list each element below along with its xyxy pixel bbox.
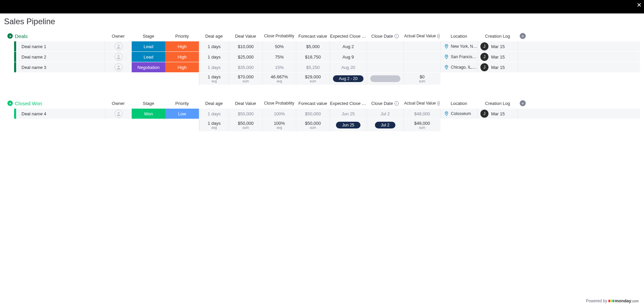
table-row[interactable]: Deal name 1 Lead High 1 days $10,000 50%… xyxy=(4,41,640,51)
col-header-stage[interactable]: Stage xyxy=(132,32,165,40)
close-button[interactable]: ✕ xyxy=(634,0,644,10)
owner-cell[interactable] xyxy=(105,62,132,72)
col-header-deal-value[interactable]: Deal Value xyxy=(229,32,262,40)
deal-value-cell[interactable]: $35,000 xyxy=(229,62,262,72)
close-date-cell[interactable] xyxy=(367,41,403,51)
group-collapse-toggle[interactable]: ▾ xyxy=(7,101,13,106)
deal-name-cell[interactable]: Deal name 1 xyxy=(14,41,105,51)
col-header-location[interactable]: Location xyxy=(440,100,477,107)
user-avatar: J xyxy=(480,53,488,61)
col-header-creation-log[interactable]: Creation Log xyxy=(477,32,518,40)
col-header-expected-close[interactable]: Expected Close … xyxy=(330,100,367,107)
close-date-info-icon[interactable]: i xyxy=(394,101,399,106)
owner-cell[interactable] xyxy=(105,52,132,62)
close-date-cell[interactable] xyxy=(367,52,403,62)
col-header-close-date[interactable]: Close Date i xyxy=(367,100,403,107)
col-header-deal-age[interactable]: Deal age xyxy=(199,100,229,107)
col-header-priority[interactable]: Priority xyxy=(165,32,199,40)
deal-name-cell[interactable]: Deal name 2 xyxy=(14,52,105,62)
group-title[interactable]: Deals xyxy=(15,33,28,39)
add-column-button[interactable]: + xyxy=(518,33,528,39)
actual-value-cell[interactable] xyxy=(403,52,440,62)
owner-cell[interactable] xyxy=(105,41,132,51)
priority-cell[interactable]: High xyxy=(165,41,199,51)
owner-avatar-placeholder[interactable] xyxy=(115,53,123,61)
col-header-close-prob[interactable]: Close Probability xyxy=(262,32,296,40)
forecast-cell[interactable]: $5,000 xyxy=(296,41,330,51)
owner-cell[interactable] xyxy=(105,109,132,119)
expected-close-cell[interactable]: Aug 9 xyxy=(330,52,367,62)
close-prob-cell[interactable]: 15% xyxy=(262,62,296,72)
col-header-location[interactable]: Location xyxy=(440,32,477,40)
table-row[interactable]: Deal name 3 Negotiation High 1 days $35,… xyxy=(4,62,640,72)
stage-cell[interactable]: Lead xyxy=(132,52,165,62)
creation-log-cell[interactable]: JMar 15 xyxy=(477,41,518,51)
close-prob-cell[interactable]: 75% xyxy=(262,52,296,62)
col-header-close-date[interactable]: Close Date i xyxy=(367,32,403,40)
close-date-info-icon[interactable]: i xyxy=(394,34,399,38)
stage-cell[interactable]: Negotiation xyxy=(132,62,165,72)
deal-value-cell[interactable]: $25,000 xyxy=(229,52,262,62)
col-header-priority[interactable]: Priority xyxy=(165,100,199,107)
col-header-deal-age[interactable]: Deal age xyxy=(199,32,229,40)
location-cell[interactable]: San Francisco, … xyxy=(440,52,477,62)
owner-avatar-placeholder[interactable] xyxy=(115,63,123,71)
stage-cell[interactable]: Won xyxy=(132,109,165,119)
group-title[interactable]: Closed Won xyxy=(15,101,42,106)
deal-name-cell[interactable]: Deal name 3 xyxy=(14,62,105,72)
location-cell[interactable]: Colosseum xyxy=(440,109,477,119)
col-header-deal-value[interactable]: Deal Value xyxy=(229,100,262,107)
actual-value-info-icon[interactable]: i xyxy=(437,101,440,106)
col-header-expected-close[interactable]: Expected Close … xyxy=(330,32,367,40)
expected-close-cell[interactable]: Aug 2 xyxy=(330,41,367,51)
table-row[interactable]: Deal name 2 Lead High 1 days $25,000 75%… xyxy=(4,52,640,62)
creation-log-cell[interactable]: JMar 15 xyxy=(477,109,518,119)
col-header-owner[interactable]: Owner xyxy=(105,32,132,40)
col-header-forecast[interactable]: Forecast value xyxy=(296,32,330,40)
deal-age-cell[interactable]: 1 days xyxy=(199,62,229,72)
col-header-creation-log[interactable]: Creation Log xyxy=(477,100,518,107)
col-header-forecast[interactable]: Forecast value xyxy=(296,100,330,107)
deal-name-cell[interactable]: Deal name 4 xyxy=(14,109,105,119)
deal-age-cell[interactable]: 1 days xyxy=(199,52,229,62)
location-cell[interactable]: Chicago, IL, USA xyxy=(440,62,477,72)
group-collapse-toggle[interactable]: ▾ xyxy=(7,33,13,39)
close-date-cell[interactable] xyxy=(367,62,403,72)
col-header-actual-value[interactable]: Actual Deal Value i xyxy=(403,100,440,107)
deal-age-cell[interactable]: 1 days xyxy=(199,109,229,119)
actual-value-cell[interactable] xyxy=(403,62,440,72)
expected-close-cell[interactable]: Jun 25 xyxy=(330,109,367,119)
location-cell[interactable]: New York, NY, USA xyxy=(440,41,477,51)
actual-value-info-icon[interactable]: i xyxy=(437,34,440,38)
close-date-cell[interactable]: Jul 2 xyxy=(367,109,403,119)
expected-close-cell[interactable]: Aug 20 xyxy=(330,62,367,72)
forecast-cell[interactable]: $18,750 xyxy=(296,52,330,62)
close-prob-cell[interactable]: 100% xyxy=(262,109,296,119)
col-header-close-prob[interactable]: Close Probability xyxy=(262,100,296,107)
actual-value-cell[interactable]: $48,000 xyxy=(403,109,440,119)
col-header-owner[interactable]: Owner xyxy=(105,100,132,107)
close-prob-cell[interactable]: 50% xyxy=(262,41,296,51)
svg-point-3 xyxy=(446,56,447,57)
table-row[interactable]: Deal name 4 Won Low 1 days $50,000 100% … xyxy=(4,109,640,119)
deal-age-cell[interactable]: 1 days xyxy=(199,41,229,51)
summary-forecast: $50,000sum xyxy=(296,119,330,131)
priority-cell[interactable]: High xyxy=(165,52,199,62)
priority-cell[interactable]: Low xyxy=(165,109,199,119)
col-header-stage[interactable]: Stage xyxy=(132,100,165,107)
add-column-button[interactable]: + xyxy=(518,100,528,106)
deal-value-cell[interactable]: $50,000 xyxy=(229,109,262,119)
actual-value-cell[interactable] xyxy=(403,41,440,51)
stage-cell[interactable]: Lead xyxy=(132,41,165,51)
owner-avatar-placeholder[interactable] xyxy=(115,42,123,50)
creation-log-cell[interactable]: JMar 15 xyxy=(477,52,518,62)
col-header-actual-value[interactable]: Actual Deal Value i xyxy=(403,32,440,40)
forecast-cell[interactable]: $5,250 xyxy=(296,62,330,72)
row-end-spacer xyxy=(518,41,528,51)
priority-cell[interactable]: High xyxy=(165,62,199,72)
forecast-cell[interactable]: $50,000 xyxy=(296,109,330,119)
deal-value-cell[interactable]: $10,000 xyxy=(229,41,262,51)
creation-log-cell[interactable]: JMar 15 xyxy=(477,62,518,72)
summary-age: 1 daysavg xyxy=(199,73,229,85)
owner-avatar-placeholder[interactable] xyxy=(115,110,123,118)
